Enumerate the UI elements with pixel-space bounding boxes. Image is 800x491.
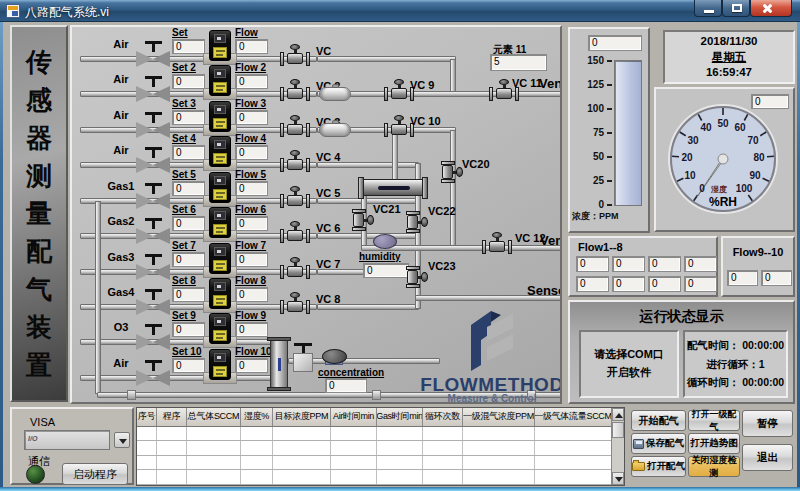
element11-input[interactable]: 5 bbox=[490, 54, 547, 71]
set-input[interactable]: 0 bbox=[172, 358, 205, 373]
close-button[interactable] bbox=[750, 0, 792, 17]
scroll-down-button[interactable] bbox=[612, 472, 624, 485]
save-gas-button[interactable]: 保存配气 bbox=[631, 433, 686, 454]
table-cell[interactable] bbox=[535, 470, 611, 484]
table-cell[interactable] bbox=[377, 470, 423, 484]
column-header[interactable]: 程序 bbox=[157, 408, 187, 426]
minimize-button[interactable] bbox=[694, 0, 722, 17]
table-cell[interactable] bbox=[241, 470, 273, 484]
table-cell[interactable] bbox=[273, 470, 331, 484]
table-cell[interactable] bbox=[331, 470, 377, 484]
table-cell[interactable] bbox=[463, 441, 535, 455]
start-program-button[interactable]: 启动程序 bbox=[62, 463, 128, 485]
table-cell[interactable] bbox=[423, 441, 463, 455]
open-primary-gas-button[interactable]: 打开一级配气 bbox=[688, 410, 740, 431]
table-cell[interactable] bbox=[377, 441, 423, 455]
table-cell[interactable] bbox=[273, 456, 331, 470]
table-cell[interactable] bbox=[187, 441, 241, 455]
window: 八路配气系统.vi 传感 器测 量配 气装 置 Air Set 0 Flow 0 bbox=[0, 0, 800, 491]
flow-display: 0 bbox=[648, 256, 681, 272]
save-icon bbox=[633, 439, 644, 449]
table-cell[interactable] bbox=[273, 427, 331, 441]
scroll-up-button[interactable] bbox=[612, 408, 624, 421]
flow-label: Flow 5 bbox=[235, 169, 266, 180]
set-input[interactable]: 0 bbox=[172, 287, 205, 302]
set-input[interactable]: 0 bbox=[172, 181, 205, 196]
manual-valve-icon bbox=[136, 289, 170, 316]
column-header[interactable]: 循环次数 bbox=[423, 408, 463, 426]
maximize-button[interactable] bbox=[722, 0, 750, 17]
column-header[interactable]: Gas时间min bbox=[377, 408, 423, 426]
sensor-label: Sensor bbox=[527, 283, 562, 298]
table-cell[interactable] bbox=[157, 427, 187, 441]
set-input[interactable]: 0 bbox=[172, 216, 205, 231]
column-header[interactable]: Air时间min bbox=[331, 408, 377, 426]
minimize-icon bbox=[704, 10, 714, 13]
banner: 传感 器测 量配 气装 置 bbox=[10, 25, 68, 402]
flow-controller-icon bbox=[209, 243, 231, 274]
table-cell[interactable] bbox=[187, 456, 241, 470]
table-cell[interactable] bbox=[157, 456, 187, 470]
table-cell[interactable] bbox=[331, 427, 377, 441]
column-header[interactable]: 一级气体流量SCCM bbox=[535, 408, 611, 426]
set-input[interactable]: 0 bbox=[172, 74, 205, 89]
pause-button[interactable]: 暂停 bbox=[742, 410, 793, 437]
scrollbar-thumb[interactable] bbox=[612, 422, 624, 438]
close-humidity-detect-button[interactable]: 关闭湿度检测 bbox=[688, 456, 740, 477]
pipe bbox=[317, 91, 562, 97]
table-cell[interactable] bbox=[331, 456, 377, 470]
table-cell[interactable] bbox=[535, 427, 611, 441]
table-cell[interactable] bbox=[463, 427, 535, 441]
table-cell[interactable] bbox=[157, 470, 187, 484]
table-header-row: 序号 程序 总气体SCCM 湿度% 目标浓度PPM Air时间min Gas时间… bbox=[137, 408, 611, 427]
set-input[interactable]: 0 bbox=[172, 39, 205, 54]
table-cell[interactable] bbox=[241, 441, 273, 455]
table-cell[interactable] bbox=[331, 441, 377, 455]
table-cell[interactable] bbox=[423, 470, 463, 484]
column-header[interactable]: 一级混气浓度PPM bbox=[463, 408, 535, 426]
table-cell[interactable] bbox=[241, 456, 273, 470]
open-gas-button[interactable]: 打开配气 bbox=[631, 456, 686, 477]
set-input[interactable]: 0 bbox=[172, 110, 205, 125]
humidity-label: humidity bbox=[359, 251, 401, 262]
table-cell[interactable] bbox=[377, 427, 423, 441]
flow-indicator: 0 bbox=[235, 216, 268, 231]
set-input[interactable]: 0 bbox=[172, 252, 205, 267]
table-cell[interactable] bbox=[157, 441, 187, 455]
column-header[interactable]: 总气体SCCM bbox=[187, 408, 241, 426]
table-scrollbar[interactable] bbox=[611, 408, 624, 485]
table-cell[interactable] bbox=[463, 470, 535, 484]
combo-dropdown-button[interactable] bbox=[114, 432, 130, 448]
table-cell[interactable] bbox=[137, 456, 157, 470]
column-header[interactable]: 序号 bbox=[137, 408, 157, 426]
table-cell[interactable] bbox=[535, 441, 611, 455]
table-cell[interactable] bbox=[137, 470, 157, 484]
table-cell[interactable] bbox=[463, 456, 535, 470]
table-cell[interactable] bbox=[273, 441, 331, 455]
column-header[interactable]: 目标浓度PPM bbox=[273, 408, 331, 426]
manual-valve-icon bbox=[136, 324, 170, 351]
set-input[interactable]: 0 bbox=[172, 145, 205, 160]
start-gas-button[interactable]: 开始配气 bbox=[631, 410, 686, 431]
column-header[interactable]: 湿度% bbox=[241, 408, 273, 426]
table-cell[interactable] bbox=[423, 456, 463, 470]
visa-resource-combo[interactable]: I/O bbox=[24, 430, 110, 450]
titlebar[interactable]: 八路配气系统.vi bbox=[0, 0, 800, 22]
table-cell[interactable] bbox=[137, 427, 157, 441]
set-input[interactable]: 0 bbox=[172, 322, 205, 337]
table-cell[interactable] bbox=[241, 427, 273, 441]
table-cell[interactable] bbox=[187, 427, 241, 441]
gauge-tick-label: 100 bbox=[736, 183, 753, 194]
open-trend-button[interactable]: 打开趋势图 bbox=[688, 433, 740, 454]
table-cell[interactable] bbox=[535, 456, 611, 470]
set-label: Set 8 bbox=[172, 275, 196, 286]
table-cell[interactable] bbox=[423, 427, 463, 441]
flow18-panel: Flow1--8 0 0 0 0 0 0 0 0 bbox=[568, 236, 718, 297]
table-cell[interactable] bbox=[187, 470, 241, 484]
concentration-sensor-icon bbox=[322, 349, 347, 364]
table-cell[interactable] bbox=[377, 456, 423, 470]
flow-label: Flow 6 bbox=[235, 204, 266, 215]
table-cell[interactable] bbox=[137, 441, 157, 455]
exit-button[interactable]: 退出 bbox=[742, 444, 793, 471]
flow-display: 0 bbox=[648, 276, 681, 292]
